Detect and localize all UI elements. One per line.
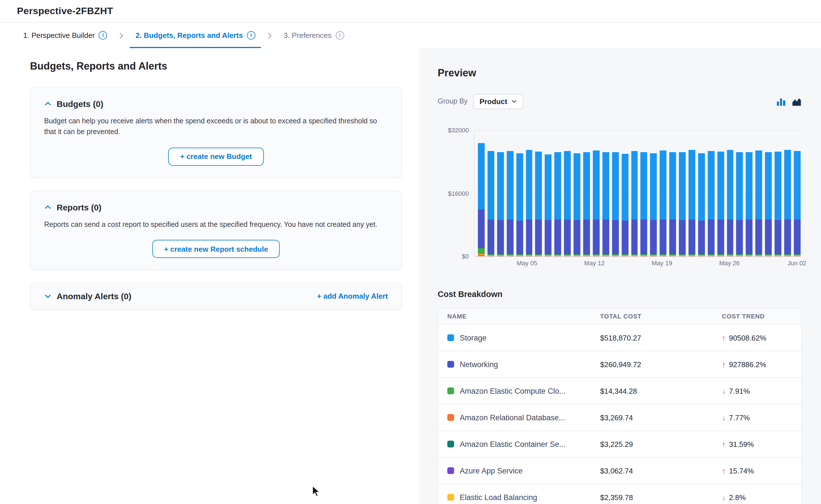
stacked-bar[interactable] <box>631 151 638 256</box>
stacked-bar[interactable] <box>593 150 599 256</box>
stacked-bar[interactable] <box>736 152 743 256</box>
trend-value: 31.59% <box>729 440 754 448</box>
bar-segment <box>622 256 628 256</box>
stacked-bar[interactable] <box>583 152 590 256</box>
bar-segment <box>756 219 762 253</box>
table-row[interactable]: Storage$518,870.27↑90508.62% <box>438 325 801 351</box>
bar-segment <box>650 256 657 256</box>
bar-chart-icon[interactable] <box>776 96 786 106</box>
bar-segment <box>650 220 657 253</box>
info-icon[interactable]: i <box>247 31 255 40</box>
stacked-bar[interactable] <box>612 152 619 256</box>
trend-up-icon: ↑ <box>722 360 726 369</box>
reports-card: Reports (0) Reports can send a cost repo… <box>30 191 402 270</box>
stacked-bar[interactable] <box>765 152 772 256</box>
group-by-dropdown[interactable]: Product <box>473 94 523 109</box>
create-new-report-schedule-button[interactable]: + create new Report schedule <box>152 240 280 258</box>
bar-segment <box>727 256 734 256</box>
stacked-bar[interactable] <box>487 151 494 256</box>
bar-segment <box>784 150 791 219</box>
chart-type-switcher <box>776 96 802 106</box>
create-new-budget-button[interactable]: + create new Budget <box>168 148 264 166</box>
stacked-bar[interactable] <box>727 150 734 256</box>
bar-segment <box>708 151 715 219</box>
row-total-cost: $3,062.74 <box>600 466 722 475</box>
trend-value: 2.8% <box>729 493 746 501</box>
stacked-bar[interactable] <box>708 151 715 256</box>
stacked-bar[interactable] <box>746 152 753 256</box>
stacked-bar[interactable] <box>794 151 801 256</box>
stacked-bar[interactable] <box>660 150 667 256</box>
add-anomaly-alert-link[interactable]: + add Anomaly Alert <box>317 292 388 300</box>
bar-segment <box>487 256 494 256</box>
stacked-bar[interactable] <box>506 151 513 256</box>
stacked-bar[interactable] <box>679 152 686 256</box>
budgets-card-header[interactable]: Budgets (0) <box>44 99 388 109</box>
bar-segment <box>717 219 724 253</box>
row-cost-trend: ↑31.59% <box>722 440 801 448</box>
anomaly-alerts-card-header[interactable]: Anomaly Alerts (0) <box>44 291 131 301</box>
bar-segment <box>679 152 686 220</box>
stacked-bar[interactable] <box>689 150 695 256</box>
bar-segment <box>775 220 781 253</box>
bar-segment <box>487 220 494 253</box>
bar-segment <box>564 151 571 219</box>
cost-chart: $32000 $16000 $0 <box>474 130 801 257</box>
step-preferences[interactable]: 3. Preferences i <box>278 23 350 48</box>
stacked-bar[interactable] <box>784 150 791 256</box>
bar-segment <box>756 256 762 256</box>
bar-segment <box>516 154 523 221</box>
step-budgets-reports-alerts[interactable]: 2. Budgets, Reports and Alerts i <box>130 23 261 48</box>
bar-segment <box>631 256 638 256</box>
bar-segment <box>478 143 485 210</box>
table-row[interactable]: Networking$260,949.72↑927886.2% <box>438 351 801 378</box>
stacked-bar[interactable] <box>717 152 724 256</box>
cost-breakdown-title: Cost Breakdown <box>438 290 802 299</box>
stacked-bar[interactable] <box>573 153 580 256</box>
stacked-bar[interactable] <box>535 152 542 256</box>
table-row[interactable]: Amazon Elastic Container Se...$3,225.29↑… <box>438 431 801 458</box>
table-row[interactable]: Amazon Elastic Compute Clo...$14,344.28↓… <box>438 378 801 404</box>
bar-segment <box>497 256 504 256</box>
bar-segment <box>689 150 695 219</box>
bar-segment <box>698 256 705 256</box>
chevron-right-icon <box>117 31 125 39</box>
bar-segment <box>708 256 715 256</box>
step-perspective-builder[interactable]: 1. Perspective Builder i <box>18 23 113 48</box>
info-icon[interactable]: i <box>336 31 344 40</box>
row-cost-trend: ↓7.91% <box>722 387 801 395</box>
info-icon[interactable]: i <box>99 31 107 40</box>
bar-segment <box>746 220 753 253</box>
stacked-bar[interactable] <box>602 152 609 256</box>
budgets-card: Budgets (0) Budget can help you receive … <box>30 87 402 178</box>
stacked-bar[interactable] <box>554 152 561 256</box>
bar-segment <box>506 219 513 253</box>
stacked-bar[interactable] <box>545 154 552 256</box>
bar-segment <box>660 150 667 219</box>
stacked-bar[interactable] <box>526 150 532 256</box>
area-chart-icon[interactable] <box>792 96 802 106</box>
series-color-swatch <box>447 334 454 341</box>
stacked-bar[interactable] <box>650 153 657 256</box>
table-row[interactable]: Azure App Service$3,062.74↑15.74% <box>438 458 801 484</box>
stacked-bar[interactable] <box>497 152 504 256</box>
x-axis-label: Jun 02 <box>788 260 806 266</box>
stacked-bar[interactable] <box>698 154 705 256</box>
bar-segment <box>554 152 561 220</box>
stacked-bar[interactable] <box>516 154 523 256</box>
stacked-bar[interactable] <box>478 143 485 256</box>
reports-card-header[interactable]: Reports (0) <box>44 203 388 212</box>
table-row[interactable]: Amazon Relational Database...$3,269.74↓7… <box>438 404 801 431</box>
row-name: Amazon Elastic Container Se... <box>460 440 566 448</box>
bar-segment <box>602 152 609 220</box>
stacked-bar[interactable] <box>756 150 762 256</box>
bar-segment <box>602 256 609 256</box>
stacked-bar[interactable] <box>775 152 781 256</box>
stacked-bar[interactable] <box>669 152 676 256</box>
budgets-card-title: Budgets (0) <box>57 99 103 109</box>
stacked-bar[interactable] <box>622 154 628 256</box>
stacked-bar[interactable] <box>564 151 571 256</box>
cost-breakdown-table: NAME TOTAL COST COST TREND Storage$518,8… <box>438 308 802 504</box>
table-row[interactable]: Elastic Load Balancing$2,359.78↓2.8% <box>438 484 801 504</box>
stacked-bar[interactable] <box>641 152 648 256</box>
